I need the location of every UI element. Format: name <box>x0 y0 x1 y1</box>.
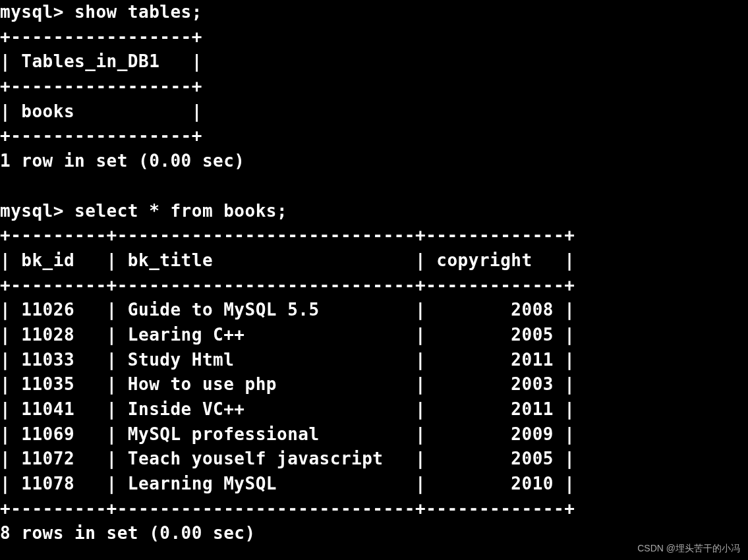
mysql-terminal-output: mysql> show tables; +-----------------+ … <box>0 0 748 546</box>
csdn-watermark: CSDN @埋头苦干的小冯 <box>637 542 740 555</box>
